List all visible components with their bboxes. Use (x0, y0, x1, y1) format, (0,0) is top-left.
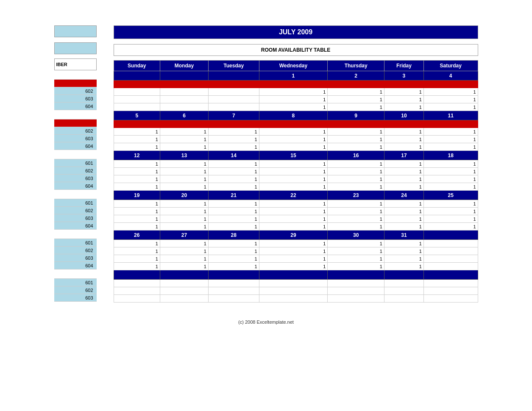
week-date-cell: 2 (328, 71, 384, 81)
availability-cell: 1 (259, 208, 328, 215)
availability-cell: 1 (160, 168, 208, 175)
availability-cell: 1 (160, 143, 208, 151)
week-date-cell: 26 (114, 230, 160, 240)
availability-cell: 1 (259, 255, 328, 263)
subtitle-bar: ROOM AVAILABILITY TABLE (114, 44, 478, 56)
room-label (54, 80, 97, 87)
room-label: 604 (54, 103, 97, 110)
room-number-header: IBER (54, 58, 97, 70)
week-date-cell: 22 (259, 191, 328, 200)
availability-cell: 1 (328, 160, 384, 168)
availability-cell: 1 (423, 88, 478, 96)
week-date-cell: 15 (259, 151, 328, 160)
availability-cell: 1 (259, 168, 328, 175)
week-date-cell (423, 270, 478, 280)
room-data-row: 111111 (114, 263, 478, 270)
room-label: 602 (54, 87, 97, 95)
availability-cell: 1 (208, 168, 259, 175)
left-panel: IBER 602603604 6026036046016026036046016… (54, 25, 114, 302)
availability-cell: 1 (208, 200, 259, 208)
availability-cell: 1 (259, 160, 328, 168)
room-label (54, 119, 97, 127)
availability-cell (114, 280, 160, 287)
availability-cell: 1 (328, 168, 384, 175)
availability-cell: 1 (328, 240, 384, 247)
room-data-row: 1111111 (114, 208, 478, 215)
availability-cell: 1 (259, 263, 328, 270)
week-row: 19202122232425 (114, 191, 478, 200)
week-date-cell: 12 (114, 151, 160, 160)
availability-cell: 1 (384, 247, 423, 255)
availability-cell: 1 (259, 88, 328, 96)
room-data-row (114, 81, 478, 88)
room-data-row: 111111 (114, 240, 478, 247)
availability-cell: 1 (114, 200, 160, 208)
room-label: 602 (54, 127, 97, 135)
availability-cell: 1 (114, 183, 160, 191)
availability-cell: 1 (160, 160, 208, 168)
main-content: JULY 2009 ROOM AVAILABILITY TABLE Sunday… (114, 25, 478, 303)
room-label: 602 (54, 207, 97, 214)
availability-cell: 1 (160, 200, 208, 208)
subtitle-blue-box (54, 42, 97, 54)
header-row: SundayMondayTuesdayWednesdayThursdayFrid… (114, 61, 478, 71)
availability-cell: 1 (208, 208, 259, 215)
availability-cell (259, 280, 328, 287)
availability-cell (259, 287, 328, 295)
week-date-cell: 17 (384, 151, 423, 160)
week-date-cell: 1 (259, 71, 328, 81)
room-label: 602 (54, 286, 97, 294)
availability-cell: 1 (384, 160, 423, 168)
day-header: Tuesday (208, 61, 259, 71)
day-header: Wednesday (259, 61, 328, 71)
room-label: 603 (54, 175, 97, 182)
week-date-cell: 25 (423, 191, 478, 200)
week-date-cell: 18 (423, 151, 478, 160)
room-label: 603 (54, 95, 97, 103)
availability-cell: 1 (208, 240, 259, 247)
availability-cell (114, 120, 160, 128)
availability-cell: 1 (384, 96, 423, 103)
availability-cell: 1 (423, 168, 478, 175)
availability-cell: 1 (208, 136, 259, 143)
availability-cell (208, 103, 259, 111)
room-data-row: 1111111 (114, 200, 478, 208)
week-date-cell: 27 (160, 230, 208, 240)
availability-cell: 1 (384, 143, 423, 151)
availability-cell: 1 (259, 175, 328, 183)
room-data-row: 1111111 (114, 223, 478, 230)
availability-cell: 1 (328, 255, 384, 263)
availability-cell: 1 (208, 143, 259, 151)
availability-cell: 1 (114, 168, 160, 175)
availability-cell: 1 (208, 183, 259, 191)
room-label: 604 (54, 142, 97, 150)
room-label: 603 (54, 294, 97, 302)
availability-cell (423, 287, 478, 295)
availability-cell: 1 (384, 240, 423, 247)
week-date-cell (160, 270, 208, 280)
availability-cell: 1 (328, 120, 384, 128)
availability-cell: 1 (160, 175, 208, 183)
day-header: Saturday (423, 61, 478, 71)
availability-cell: 1 (208, 223, 259, 230)
availability-cell: 1 (423, 215, 478, 223)
availability-cell: 1 (328, 143, 384, 151)
availability-cell: 1 (384, 103, 423, 111)
availability-cell (160, 96, 208, 103)
week-date-cell: 13 (160, 151, 208, 160)
availability-cell: 1 (114, 128, 160, 136)
room-data-row (114, 287, 478, 295)
availability-cell (160, 81, 208, 88)
availability-cell (114, 295, 160, 303)
left-room-labels: 602603604 602603604601602603604601602603… (54, 70, 114, 302)
week-date-cell: 8 (259, 111, 328, 120)
room-data-row: 1111111 (114, 128, 478, 136)
room-data-row: 1111 (114, 103, 478, 111)
availability-cell: 1 (160, 240, 208, 247)
week-date-cell: 10 (384, 111, 423, 120)
availability-cell (160, 295, 208, 303)
availability-cell: 1 (160, 215, 208, 223)
room-data-row: 111111 (114, 247, 478, 255)
week-date-cell: 29 (259, 230, 328, 240)
room-data-row (114, 280, 478, 287)
